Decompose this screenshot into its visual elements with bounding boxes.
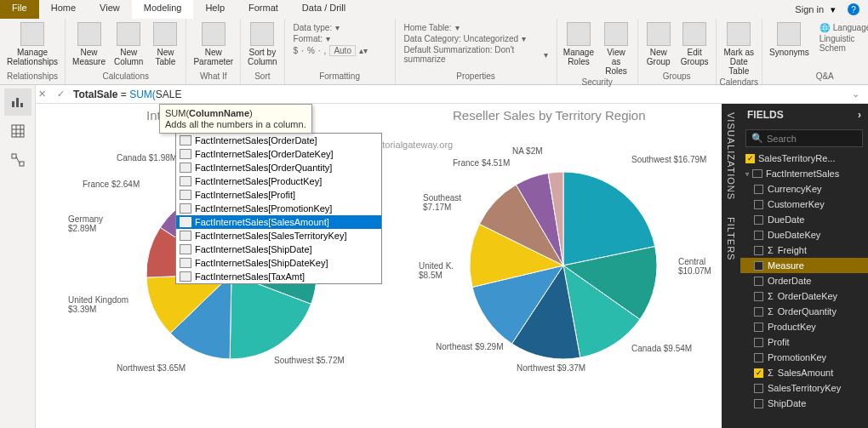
language-row[interactable]: 🌐 Language ▾ xyxy=(819,22,868,33)
chevron-right-icon[interactable]: › xyxy=(858,109,861,121)
intellisense-item[interactable]: FactInternetSales[SalesAmount] xyxy=(176,215,381,229)
field-row[interactable]: Profit xyxy=(740,334,868,350)
comma-button[interactable]: , xyxy=(324,46,327,55)
tab-home[interactable]: Home xyxy=(39,0,88,19)
table-row[interactable]: ▿FactInternetSales xyxy=(740,166,868,181)
percent-button[interactable]: % xyxy=(307,46,315,55)
manage-relationships-button[interactable]: Manage Relationships xyxy=(3,20,61,68)
fields-search-input[interactable]: 🔍 Search xyxy=(745,129,863,147)
commit-formula-icon[interactable]: ✓ xyxy=(54,88,66,100)
help-icon[interactable]: ? xyxy=(848,3,859,15)
intellisense-item[interactable]: FactInternetSales[OrderQuantity] xyxy=(176,161,381,174)
mark-date-table-button[interactable]: Mark as Date Table xyxy=(720,20,759,77)
chevron-down-icon[interactable]: ▾ xyxy=(831,4,841,14)
checkbox-icon[interactable] xyxy=(754,185,763,194)
formula-input[interactable]: TotalSale = SUM(SALE xyxy=(73,88,845,100)
sigma-icon: Σ xyxy=(768,245,774,255)
intellisense-item[interactable]: FactInternetSales[Profit] xyxy=(176,188,381,202)
field-row[interactable]: ✓ΣSalesAmount xyxy=(740,365,868,380)
pie-label: Central $10.07M xyxy=(678,257,711,276)
synonyms-button[interactable]: Synonyms xyxy=(766,20,813,59)
field-row[interactable]: SalesTerritoryKey xyxy=(740,380,868,396)
datacat-row[interactable]: Data Category: Uncategorized ▾ xyxy=(404,33,548,44)
field-row[interactable]: DueDateKey xyxy=(740,227,868,243)
field-row[interactable]: ShipDate xyxy=(740,396,868,411)
intellisense-item[interactable]: FactInternetSales[PromotionKey] xyxy=(176,202,381,215)
checkbox-icon[interactable] xyxy=(754,231,763,240)
data-view-button[interactable] xyxy=(4,117,31,145)
checkbox-icon[interactable] xyxy=(754,292,763,301)
column-icon xyxy=(180,217,191,227)
tab-format[interactable]: Format xyxy=(237,0,290,19)
table-row[interactable]: ✓SalesTerritoryRe... xyxy=(740,151,868,166)
chevron-down-icon[interactable]: ⌄ xyxy=(852,88,859,100)
field-row[interactable]: ProductKey xyxy=(740,319,868,334)
visualizations-tab[interactable]: VISUALIZATIONS xyxy=(724,104,738,208)
intellisense-item[interactable]: FactInternetSales[TaxAmt] xyxy=(176,270,381,283)
checkbox-icon[interactable] xyxy=(754,399,763,408)
field-row[interactable]: ΣOrderDateKey xyxy=(740,288,868,304)
tab-view[interactable]: View xyxy=(88,0,132,19)
view-as-roles-button[interactable]: View as Roles xyxy=(598,20,633,77)
new-group-button[interactable]: New Group xyxy=(642,20,676,68)
sign-in-link[interactable]: Sign in xyxy=(795,4,824,14)
intellisense-dropdown[interactable]: FactInternetSales[OrderDate]FactInternet… xyxy=(175,133,382,284)
pie-label: Southwest $16.79M xyxy=(631,155,706,164)
checkbox-icon[interactable] xyxy=(754,384,763,393)
expand-icon[interactable]: ▿ xyxy=(745,170,749,178)
field-row[interactable]: OrderDate xyxy=(740,273,868,288)
checkbox-icon[interactable] xyxy=(754,307,763,317)
checkbox-icon[interactable] xyxy=(754,200,763,209)
manage-roles-button[interactable]: Manage Roles xyxy=(561,20,597,68)
ribbon: Manage Relationships Relationships New M… xyxy=(0,19,868,85)
decimals-input[interactable]: Auto xyxy=(329,45,356,56)
checkbox-icon[interactable] xyxy=(754,338,763,347)
currency-button[interactable]: $ xyxy=(294,46,299,55)
field-row[interactable]: Measure xyxy=(740,258,868,273)
intellisense-item[interactable]: FactInternetSales[ShipDate] xyxy=(176,243,381,256)
intellisense-item[interactable]: FactInternetSales[ProductKey] xyxy=(176,174,381,188)
table-icon xyxy=(153,22,177,46)
checkbox-icon[interactable]: ✓ xyxy=(745,154,755,163)
filters-tab[interactable]: FILTERS xyxy=(724,208,738,269)
linguistic-row[interactable]: Linguistic Schem xyxy=(819,33,868,54)
intellisense-item[interactable]: FactInternetSales[OrderDate] xyxy=(176,134,381,147)
field-row[interactable]: DueDate xyxy=(740,212,868,227)
calendar-icon xyxy=(727,22,751,46)
new-measure-button[interactable]: New Measure xyxy=(69,20,109,68)
sort-by-column-button[interactable]: Sort by Column xyxy=(244,20,280,68)
checkbox-icon[interactable] xyxy=(754,322,763,332)
checkbox-icon[interactable]: ✓ xyxy=(754,368,763,378)
checkbox-icon[interactable] xyxy=(754,215,763,225)
field-row[interactable]: ΣFreight xyxy=(740,243,868,258)
model-view-button[interactable] xyxy=(4,146,31,174)
tab-help[interactable]: Help xyxy=(193,0,237,19)
report-view-button[interactable] xyxy=(4,88,31,116)
summ-row[interactable]: Default Summarization: Don't summarize ▾ xyxy=(404,44,548,65)
tab-datadrill[interactable]: Data / Drill xyxy=(290,0,357,19)
format-row[interactable]: Format: ▾ xyxy=(294,33,386,44)
intellisense-item[interactable]: FactInternetSales[ShipDateKey] xyxy=(176,256,381,270)
field-row[interactable]: ΣOrderQuantity xyxy=(740,304,868,319)
field-row[interactable]: PromotionKey xyxy=(740,350,868,365)
checkbox-icon[interactable] xyxy=(754,353,763,362)
field-row[interactable]: CustomerKey xyxy=(740,197,868,212)
hometable-row[interactable]: Home Table: ▾ xyxy=(404,22,548,33)
edit-groups-button[interactable]: Edit Groups xyxy=(677,20,712,68)
intellisense-item[interactable]: FactInternetSales[OrderDateKey] xyxy=(176,147,381,161)
datatype-row[interactable]: Data type: ▾ xyxy=(294,22,386,33)
cancel-formula-icon[interactable]: ✕ xyxy=(36,88,48,100)
new-table-button[interactable]: New Table xyxy=(148,20,182,68)
viewas-icon xyxy=(604,22,628,46)
formula-bar: ✕ ✓ TotalSale = SUM(SALE ⌄ xyxy=(0,85,868,104)
intellisense-item[interactable]: FactInternetSales[SalesTerritoryKey] xyxy=(176,229,381,243)
field-row[interactable]: CurrencyKey xyxy=(740,181,868,197)
new-parameter-button[interactable]: New Parameter xyxy=(190,20,237,68)
tab-modeling[interactable]: Modeling xyxy=(132,0,194,19)
checkbox-icon[interactable] xyxy=(754,261,763,271)
file-tab[interactable]: File xyxy=(0,0,39,19)
report-canvas[interactable]: Internet Reseller Sales by Territory Reg… xyxy=(36,104,722,428)
new-column-button[interactable]: New Column xyxy=(111,20,146,68)
checkbox-icon[interactable] xyxy=(754,277,763,286)
checkbox-icon[interactable] xyxy=(754,246,763,255)
